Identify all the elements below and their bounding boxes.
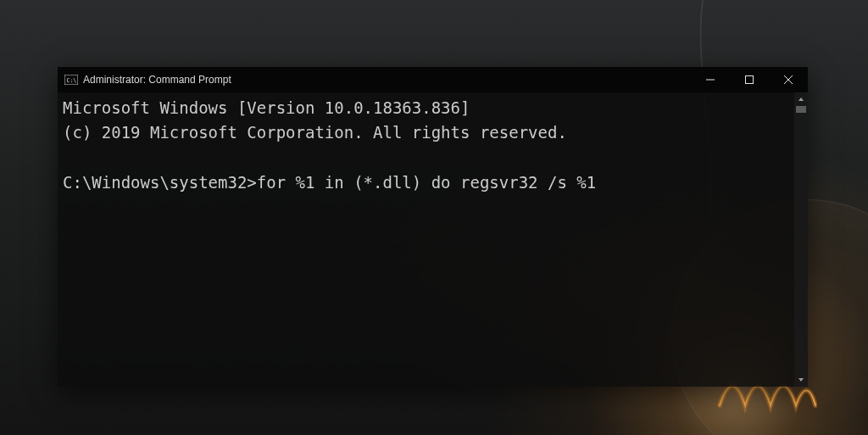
terminal-cursor [596, 174, 604, 192]
terminal-command-input[interactable]: for %1 in (*.dll) do regsvr32 /s %1 [257, 173, 596, 192]
terminal-line-copyright: (c) 2019 Microsoft Corporation. All righ… [63, 123, 567, 142]
cmd-icon: C:\ [64, 73, 78, 86]
window-controls [691, 67, 808, 92]
window-titlebar[interactable]: C:\ Administrator: Command Prompt [58, 67, 808, 92]
vertical-scrollbar[interactable] [794, 92, 808, 387]
window-title: Administrator: Command Prompt [83, 74, 231, 86]
terminal-prompt-path: C:\Windows\system32> [63, 173, 257, 192]
window-client-area: Microsoft Windows [Version 10.0.18363.83… [58, 92, 808, 387]
terminal-line-version: Microsoft Windows [Version 10.0.18363.83… [63, 98, 470, 117]
svg-rect-3 [746, 76, 754, 84]
minimize-button[interactable] [691, 67, 730, 92]
command-prompt-window: C:\ Administrator: Command Prompt [58, 67, 808, 387]
terminal-output[interactable]: Microsoft Windows [Version 10.0.18363.83… [58, 92, 794, 387]
close-button[interactable] [769, 67, 808, 92]
scroll-up-arrow-icon[interactable] [794, 92, 808, 106]
scroll-thumb[interactable] [796, 106, 806, 113]
scroll-down-arrow-icon[interactable] [794, 373, 808, 387]
desktop-wallpaper: C:\ Administrator: Command Prompt [0, 0, 868, 435]
svg-text:C:\: C:\ [67, 77, 77, 84]
maximize-button[interactable] [730, 67, 769, 92]
